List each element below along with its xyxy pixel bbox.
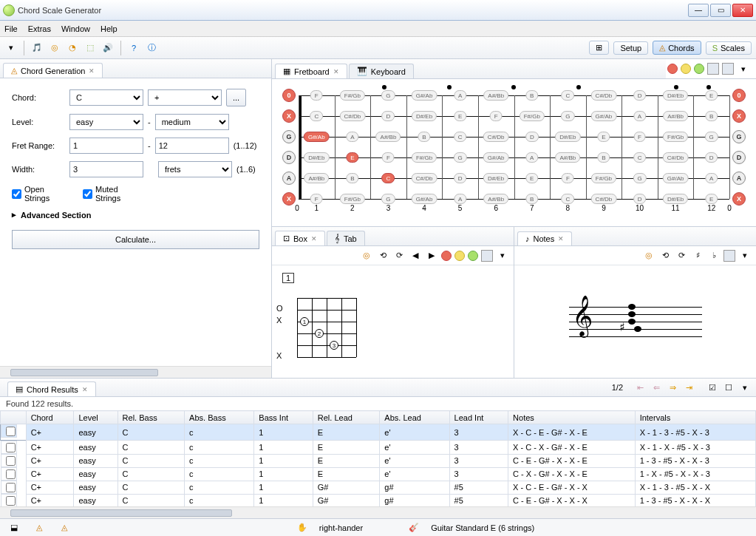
calculate-button[interactable]: Calculate...: [12, 230, 259, 249]
close-icon[interactable]: ✕: [82, 386, 88, 393]
tool-icon-5[interactable]: 🔊: [101, 41, 115, 55]
tool-icon-1[interactable]: 🎵: [30, 41, 44, 55]
tool-icon[interactable]: ⟲: [376, 249, 389, 262]
row-checkbox[interactable]: [1, 467, 17, 481]
level-to-select[interactable]: medium: [155, 114, 229, 130]
color-yellow-button[interactable]: [454, 251, 465, 261]
view-button-2[interactable]: [722, 63, 734, 75]
tool-icon[interactable]: ⟳: [675, 249, 688, 262]
tab-box[interactable]: ⊡ Box ✕: [275, 231, 325, 245]
last-icon[interactable]: ⇥: [682, 381, 695, 394]
fret-to-input[interactable]: [155, 138, 229, 154]
left-scrollbar[interactable]: [0, 366, 271, 378]
status-icon-1[interactable]: ⬓: [7, 521, 21, 535]
tab-notes[interactable]: ♪ Notes ✕: [517, 231, 572, 245]
fret-from-input[interactable]: [69, 138, 143, 154]
help-icon[interactable]: ?: [127, 41, 140, 55]
maximize-button[interactable]: ▭: [710, 4, 731, 17]
prev-icon[interactable]: ⇐: [650, 381, 663, 394]
tab-fretboard[interactable]: ▦ Fretboard ✕: [275, 64, 347, 78]
menu-extras[interactable]: Extras: [28, 24, 51, 33]
results-scrollbar[interactable]: [0, 506, 756, 518]
mode-setup-button[interactable]: Setup: [613, 41, 648, 55]
tool-icon-3[interactable]: ◔: [66, 41, 79, 55]
view-button[interactable]: [723, 250, 735, 262]
table-row[interactable]: C+easyCc1G#g##5X - C - E - G# - X - XX -…: [1, 481, 756, 494]
tool-icon[interactable]: ⟳: [392, 249, 406, 262]
column-header[interactable]: Chord: [26, 411, 74, 424]
level-from-select[interactable]: easy: [69, 114, 143, 130]
color-green-button[interactable]: [694, 64, 704, 74]
sharp-icon[interactable]: ♯: [691, 249, 704, 262]
close-icon[interactable]: ✕: [333, 68, 339, 75]
width-input[interactable]: [69, 161, 143, 177]
status-icon-3[interactable]: ◬: [58, 521, 71, 535]
status-icon-2[interactable]: ◬: [33, 521, 46, 535]
column-header[interactable]: Notes: [508, 411, 636, 424]
prev-icon[interactable]: ◀: [409, 249, 422, 262]
column-header[interactable]: Intervals: [635, 411, 755, 424]
menu-icon[interactable]: ▾: [738, 249, 752, 262]
menu-file[interactable]: File: [4, 24, 18, 33]
tab-keyboard[interactable]: 🎹 Keyboard: [349, 64, 414, 78]
column-header[interactable]: Rel. Lead: [313, 411, 380, 424]
dropdown-icon[interactable]: ▾: [4, 41, 18, 55]
column-header[interactable]: Abs. Bass: [185, 411, 254, 424]
view-button-1[interactable]: [707, 63, 719, 75]
row-checkbox[interactable]: [1, 441, 17, 454]
row-checkbox[interactable]: [1, 494, 17, 506]
column-header[interactable]: Level: [74, 411, 118, 424]
menu-window[interactable]: Window: [61, 24, 90, 33]
results-table[interactable]: ChordLevelRel. BassAbs. BassBass IntRel.…: [0, 410, 756, 506]
menu-icon[interactable]: ▾: [737, 62, 750, 75]
column-header[interactable]: Bass Int: [254, 411, 313, 424]
mode-layout-button[interactable]: ⊞: [589, 41, 609, 55]
next-icon[interactable]: ⇒: [666, 381, 679, 394]
advanced-section-toggle[interactable]: ▸ Advanced Section: [12, 210, 259, 220]
flat-icon[interactable]: ♭: [707, 249, 721, 262]
color-red-button[interactable]: [441, 251, 452, 261]
tool-icon-2[interactable]: ◎: [48, 41, 61, 55]
muted-strings-checkbox[interactable]: Muted Strings: [83, 185, 136, 203]
tab-chord-generation[interactable]: ◬ Chord Generation ✕: [3, 63, 103, 78]
table-row[interactable]: C+easyCc1G#g##5C - E - G# - X - X - X1 -…: [1, 494, 756, 506]
row-checkbox[interactable]: [1, 424, 17, 438]
column-header[interactable]: Abs. Lead: [380, 411, 449, 424]
menu-icon[interactable]: ▾: [738, 381, 752, 394]
width-unit-select[interactable]: frets: [158, 161, 232, 177]
mode-scales-button[interactable]: SScales: [706, 41, 752, 55]
check-icon[interactable]: ☑: [706, 381, 719, 394]
close-icon[interactable]: ✕: [89, 67, 95, 75]
chord-root-select[interactable]: C: [69, 89, 143, 106]
column-header[interactable]: Rel. Bass: [118, 411, 185, 424]
table-row[interactable]: C+easyCc1Ee'3X - C - E - G# - X - EX - 1…: [1, 424, 756, 441]
first-icon[interactable]: ⇤: [633, 381, 647, 394]
row-checkbox[interactable]: [1, 454, 17, 467]
color-yellow-button[interactable]: [681, 64, 691, 74]
menu-icon[interactable]: ▾: [496, 249, 509, 262]
tab-tab[interactable]: 𝄞 Tab: [327, 231, 365, 245]
chord-quality-select[interactable]: +: [148, 89, 222, 106]
menu-help[interactable]: Help: [101, 24, 118, 33]
uncheck-icon[interactable]: ☐: [722, 381, 735, 394]
target-icon[interactable]: ◎: [360, 249, 373, 262]
row-checkbox[interactable]: [1, 481, 17, 494]
close-icon[interactable]: ✕: [311, 235, 317, 242]
minimize-button[interactable]: —: [688, 4, 709, 17]
chord-more-button[interactable]: ...: [226, 89, 246, 106]
table-row[interactable]: C+easyCc1Ee'3C - X - G# - X - X - E1 - X…: [1, 467, 756, 481]
table-row[interactable]: C+easyCc1Ee'3X - C - X - G# - X - EX - 1…: [1, 441, 756, 455]
view-button[interactable]: [481, 250, 493, 262]
color-green-button[interactable]: [468, 251, 478, 261]
color-red-button[interactable]: [667, 64, 678, 74]
close-icon[interactable]: ✕: [558, 235, 564, 242]
tool-icon[interactable]: ⟲: [658, 249, 672, 262]
column-header[interactable]: [1, 411, 27, 424]
tab-chord-results[interactable]: ▤ Chord Results ✕: [7, 381, 96, 396]
column-header[interactable]: Lead Int: [449, 411, 508, 424]
next-icon[interactable]: ▶: [425, 249, 438, 262]
open-strings-checkbox[interactable]: Open Strings: [12, 185, 65, 203]
close-button[interactable]: ✕: [732, 4, 753, 17]
mode-chords-button[interactable]: ◬Chords: [653, 41, 701, 55]
target-icon[interactable]: ◎: [642, 249, 655, 262]
